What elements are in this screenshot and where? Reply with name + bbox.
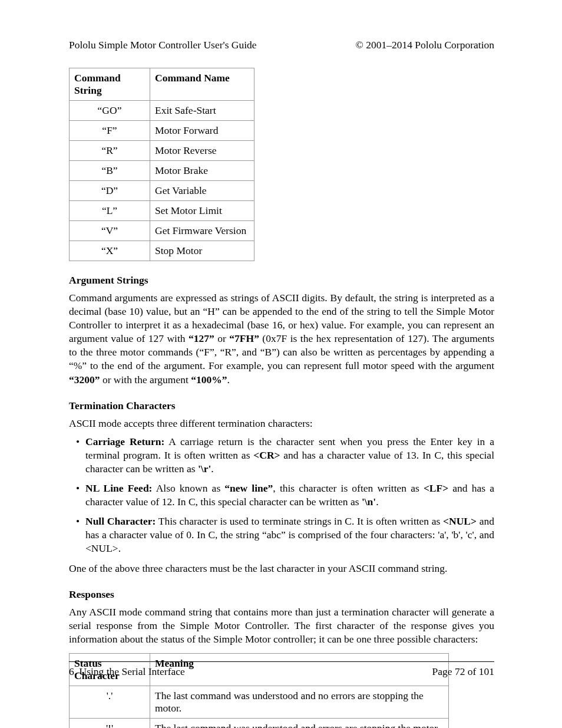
cmd-string: “B” (70, 161, 150, 181)
heading-termination: Termination Characters (69, 400, 494, 412)
list-item: NL Line Feed: Also known as “new line”, … (85, 482, 494, 509)
col-command-name: Command Name (150, 68, 254, 101)
footer-section: 6. Using the Serial Interface (69, 666, 185, 678)
cmd-string: “GO” (70, 101, 150, 121)
paragraph: One of the above three characters must b… (69, 562, 494, 575)
cmd-name: Motor Reverse (150, 141, 254, 161)
cmd-name: Set Motor Limit (150, 201, 254, 221)
command-table: Command String Command Name “GO”Exit Saf… (69, 68, 254, 261)
col-command-string: Command String (70, 68, 150, 101)
table-row: “X”Stop Motor (70, 241, 254, 261)
page-content: Pololu Simple Motor Controller User's Gu… (69, 39, 494, 728)
table-row: “D”Get Variable (70, 181, 254, 201)
page-header: Pololu Simple Motor Controller User's Gu… (69, 39, 494, 51)
heading-argument-strings: Argument Strings (69, 274, 494, 286)
cmd-string: “L” (70, 201, 150, 221)
table-row: '!'The last command was understood and e… (70, 718, 449, 728)
status-char: '.' (70, 686, 150, 718)
status-char: '!' (70, 718, 150, 728)
list-item: Carriage Return: A carriage return is th… (85, 435, 494, 476)
header-right: © 2001–2014 Pololu Corporation (356, 39, 494, 51)
table-row: “F”Motor Forward (70, 121, 254, 141)
header-left: Pololu Simple Motor Controller User's Gu… (69, 39, 257, 51)
status-meaning: The last command was understood and no e… (150, 686, 449, 718)
cmd-name: Motor Forward (150, 121, 254, 141)
cmd-string: “R” (70, 141, 150, 161)
table-row: “B”Motor Brake (70, 161, 254, 181)
list-item: Null Character: This character is used t… (85, 515, 494, 555)
termination-list: Carriage Return: A carriage return is th… (69, 435, 494, 556)
cmd-string: “F” (70, 121, 150, 141)
page-footer: 6. Using the Serial Interface Page 72 of… (69, 661, 494, 678)
cmd-string: “X” (70, 241, 150, 261)
cmd-name: Get Variable (150, 181, 254, 201)
cmd-name: Get Firmware Version (150, 221, 254, 241)
cmd-string: “D” (70, 181, 150, 201)
paragraph: Any ASCII mode command string that conta… (69, 605, 494, 646)
paragraph: ASCII mode accepts three different termi… (69, 417, 494, 430)
table-row: “L”Set Motor Limit (70, 201, 254, 221)
footer-page-number: Page 72 of 101 (432, 666, 494, 678)
cmd-name: Stop Motor (150, 241, 254, 261)
cmd-string: “V” (70, 221, 150, 241)
table-row: “GO”Exit Safe-Start (70, 101, 254, 121)
table-header-row: Command String Command Name (70, 68, 254, 101)
table-row: '.'The last command was understood and n… (70, 686, 449, 718)
table-row: “R”Motor Reverse (70, 141, 254, 161)
heading-responses: Responses (69, 588, 494, 601)
table-row: “V”Get Firmware Version (70, 221, 254, 241)
cmd-name: Exit Safe-Start (150, 101, 254, 121)
status-meaning: The last command was understood and erro… (150, 718, 449, 728)
paragraph: Command arguments are expressed as strin… (69, 291, 494, 387)
cmd-name: Motor Brake (150, 161, 254, 181)
footer-divider (69, 661, 494, 662)
